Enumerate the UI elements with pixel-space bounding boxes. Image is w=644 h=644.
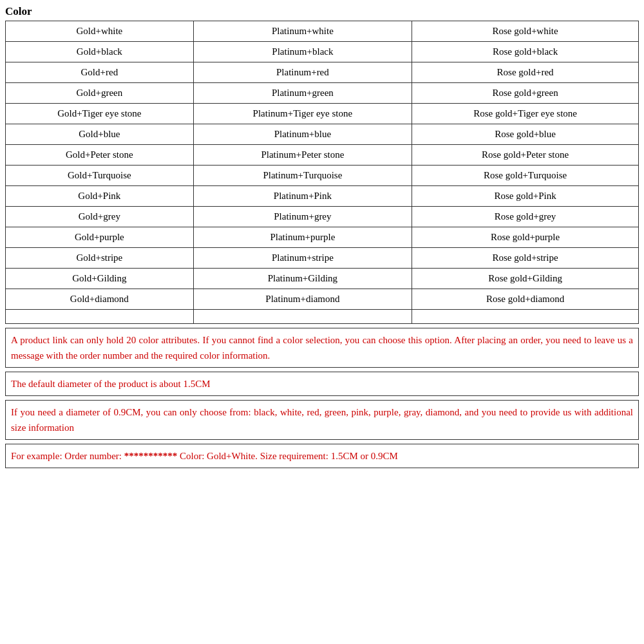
table-cell: Platinum+white	[193, 21, 412, 42]
table-row: Gold+whitePlatinum+whiteRose gold+white	[6, 21, 639, 42]
page-container: Color Gold+whitePlatinum+whiteRose gold+…	[0, 0, 644, 477]
notice-text-3: If you need a diameter of 0.9CM, you can…	[11, 404, 633, 435]
table-row: Gold+blackPlatinum+blackRose gold+black	[6, 42, 639, 62]
table-row: Gold+Peter stonePlatinum+Peter stoneRose…	[6, 145, 639, 166]
table-cell: Gold+red	[6, 62, 194, 83]
table-row: Gold+bluePlatinum+blueRose gold+blue	[6, 124, 639, 145]
table-cell: Rose gold+green	[412, 83, 639, 104]
table-cell: Platinum+Tiger eye stone	[193, 104, 412, 124]
table-cell: Rose gold+purple	[412, 227, 639, 248]
notice-block-1: A product link can only hold 20 color at…	[5, 328, 639, 368]
table-cell: Gold+black	[6, 42, 194, 62]
table-cell: Platinum+Peter stone	[193, 145, 412, 166]
table-cell: Rose gold+stripe	[412, 248, 639, 269]
notice4-suffix: Color: Gold+White. Size requirement: 1.5…	[177, 451, 398, 461]
table-cell: Rose gold+red	[412, 62, 639, 83]
table-cell: Platinum+green	[193, 83, 412, 104]
color-table: Gold+whitePlatinum+whiteRose gold+whiteG…	[5, 21, 639, 324]
table-cell: Gold+Tiger eye stone	[6, 104, 194, 124]
table-cell: Gold+purple	[6, 227, 194, 248]
table-cell: Gold+Gilding	[6, 269, 194, 289]
table-row: Gold+greenPlatinum+greenRose gold+green	[6, 83, 639, 104]
table-row: Gold+PinkPlatinum+PinkRose gold+Pink	[6, 186, 639, 207]
table-cell: Gold+diamond	[6, 289, 194, 310]
notice-block-3: If you need a diameter of 0.9CM, you can…	[5, 400, 639, 440]
table-row: Gold+redPlatinum+redRose gold+red	[6, 62, 639, 83]
table-row: Gold+stripePlatinum+stripeRose gold+stri…	[6, 248, 639, 269]
table-cell: Rose gold+Tiger eye stone	[412, 104, 639, 124]
table-cell: Gold+Peter stone	[6, 145, 194, 166]
table-cell: Platinum+blue	[193, 124, 412, 145]
section-title: Color	[5, 5, 639, 18]
table-cell: Gold+grey	[6, 207, 194, 227]
table-cell: Platinum+stripe	[193, 248, 412, 269]
table-cell: Platinum+black	[193, 42, 412, 62]
table-cell: Platinum+purple	[193, 227, 412, 248]
notice-text-4: For example: Order number: *********** C…	[11, 448, 633, 464]
table-cell: Rose gold+blue	[412, 124, 639, 145]
table-cell: Gold+blue	[6, 124, 194, 145]
table-cell: Platinum+Gilding	[193, 269, 412, 289]
table-row: Gold+TurquoisePlatinum+TurquoiseRose gol…	[6, 166, 639, 186]
notice-text-1: A product link can only hold 20 color at…	[11, 332, 633, 363]
table-cell: Rose gold+diamond	[412, 289, 639, 310]
notice4-prefix: For example: Order number:	[11, 451, 124, 461]
table-cell: Platinum+Turquoise	[193, 166, 412, 186]
table-empty-row	[6, 310, 639, 324]
table-cell: Rose gold+Pink	[412, 186, 639, 207]
table-cell: Gold+Turquoise	[6, 166, 194, 186]
table-row: Gold+Tiger eye stonePlatinum+Tiger eye s…	[6, 104, 639, 124]
table-cell: Gold+Pink	[6, 186, 194, 207]
notice-block-2: The default diameter of the product is a…	[5, 372, 639, 396]
table-cell: Rose gold+black	[412, 42, 639, 62]
table-row: Gold+greyPlatinum+greyRose gold+grey	[6, 207, 639, 227]
table-row: Gold+purplePlatinum+purpleRose gold+purp…	[6, 227, 639, 248]
table-cell: Gold+green	[6, 83, 194, 104]
table-cell: Platinum+grey	[193, 207, 412, 227]
table-cell: Gold+white	[6, 21, 194, 42]
table-cell: Rose gold+Turquoise	[412, 166, 639, 186]
table-cell: Rose gold+Gilding	[412, 269, 639, 289]
table-cell: Rose gold+white	[412, 21, 639, 42]
table-cell: Rose gold+Peter stone	[412, 145, 639, 166]
table-cell: Gold+stripe	[6, 248, 194, 269]
notice-block-4: For example: Order number: *********** C…	[5, 444, 639, 468]
table-cell: Platinum+red	[193, 62, 412, 83]
notice4-stars: ***********	[124, 451, 178, 461]
table-cell: Rose gold+grey	[412, 207, 639, 227]
table-cell: Platinum+diamond	[193, 289, 412, 310]
table-row: Gold+diamondPlatinum+diamondRose gold+di…	[6, 289, 639, 310]
table-row: Gold+GildingPlatinum+GildingRose gold+Gi…	[6, 269, 639, 289]
table-cell: Platinum+Pink	[193, 186, 412, 207]
notice-text-2: The default diameter of the product is a…	[11, 376, 633, 392]
